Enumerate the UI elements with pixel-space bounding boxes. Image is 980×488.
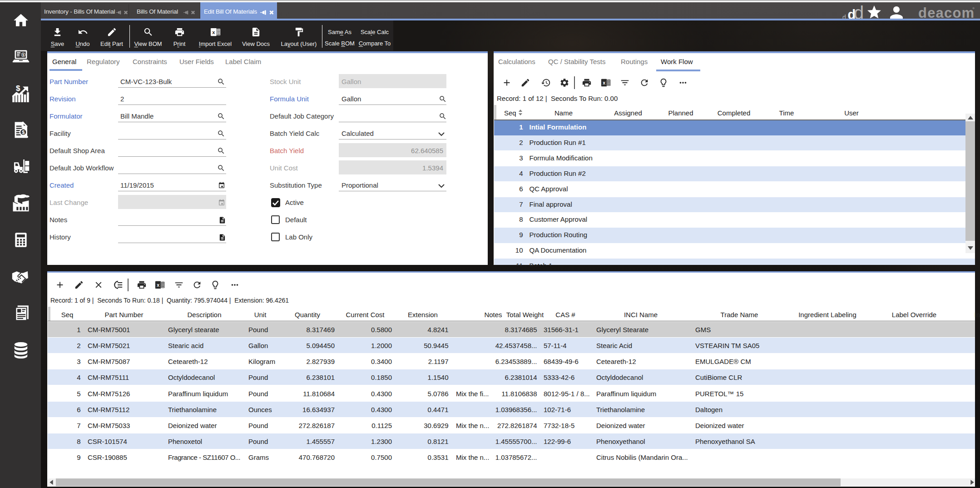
svg-text:$: $ <box>22 53 25 57</box>
svg-text:x: x <box>157 282 159 288</box>
svg-text:$: $ <box>22 129 25 135</box>
svg-text:x: x <box>603 80 605 85</box>
svg-text:x: x <box>212 30 215 35</box>
svg-text:$: $ <box>16 85 20 93</box>
